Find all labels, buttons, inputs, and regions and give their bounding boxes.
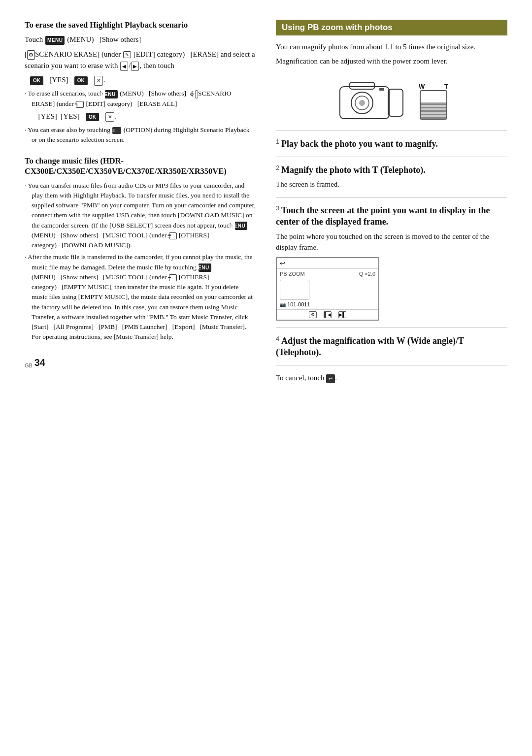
section1-heading: To erase the saved Highlight Playback sc… (25, 20, 256, 30)
intro-line2: Magnification can be adjusted with the p… (276, 56, 507, 67)
framed-area (280, 280, 309, 299)
cancel-back-btn: ↩ (326, 374, 335, 383)
svg-point-3 (359, 100, 365, 106)
section-header-pb-zoom: Using PB zoom with photos (276, 20, 507, 35)
step-3-num: 3 (276, 204, 279, 212)
svg-rect-5 (388, 89, 403, 116)
x-button-1: ✕ (94, 76, 103, 86)
option-icon: ≡ (112, 127, 121, 134)
section1-line2: [⚙SCENARIO ERASE] (under ✎ [EDIT] catego… (25, 49, 256, 72)
screen-mockup: ↩ PB ZOOM Q ×2.0 📷 101-0011 ⚙ ▌◀ ▶▌ (276, 257, 379, 321)
camera-svg (335, 74, 409, 124)
section1-line1: Touch MENU (MENU) [Show others] (25, 34, 256, 45)
zoom-value: Q ×2.0 (359, 271, 375, 277)
right-column: Using PB zoom with photos You can magnif… (276, 20, 507, 387)
zoom-labels: W T (419, 83, 448, 90)
step-1-title: Play back the photo you want to magnify. (281, 139, 438, 149)
section2-heading: To change music files (HDR-CX300E/CX350E… (25, 156, 256, 177)
file-label: 📷 101-0011 (280, 301, 375, 307)
camera-illustration: W T (276, 74, 507, 124)
ok-button-1: OK (30, 76, 43, 85)
step-4-title: Adjust the magnification with W (Wide an… (276, 336, 464, 357)
page-number: 34 (34, 357, 45, 368)
svg-rect-6 (379, 88, 384, 91)
w-label: W (419, 83, 425, 90)
ok-button-2: OK (74, 76, 88, 85)
divider-2 (276, 157, 507, 157)
step-4-num: 4 (276, 335, 279, 342)
screen-bottom-bar: ⚙ ▌◀ ▶▌ (277, 309, 378, 320)
others-icon-2: ☰ (169, 274, 177, 281)
section2-para2: After the music file is transferred to t… (25, 252, 256, 342)
screen-top-bar: ↩ (277, 258, 378, 269)
note-erase-all-line2: [YES] [YES] OK ✕. (25, 111, 256, 122)
menu-btn-3: MENU (235, 222, 247, 230)
right-arrow-icon: ▶ (131, 62, 139, 71)
cancel-text: To cancel, touch (276, 374, 325, 382)
divider-4 (276, 328, 507, 328)
step-4: 4 Adjust the magnification with W (Wide … (276, 335, 507, 359)
screen-body: PB ZOOM Q ×2.0 📷 101-0011 (277, 269, 378, 309)
page-footer: GB 34 (25, 357, 256, 368)
pb-zoom-label: PB ZOOM (280, 271, 305, 277)
menu-btn: MENU (45, 36, 65, 45)
note-erase-all: To erase all scenarios, touch MENU (MENU… (25, 89, 256, 109)
intro-line1: You can magnify photos from about 1.1 to… (276, 41, 507, 53)
t-label: T (444, 83, 448, 90)
edit-icon: ✎ (123, 51, 131, 58)
menu-btn-4: MENU (199, 263, 211, 272)
divider-3 (276, 197, 507, 197)
section2-para1: You can transfer music files from audio … (25, 181, 256, 251)
page-layout: To erase the saved Highlight Playback sc… (25, 20, 507, 387)
zoom-bar (420, 90, 447, 120)
step-2: 2 Magnify the photo with T (Telephoto). … (276, 164, 507, 190)
divider-5 (276, 365, 507, 365)
divider-1 (276, 131, 507, 131)
left-column: To erase the saved Highlight Playback sc… (25, 20, 256, 387)
others-icon: ☰ (169, 232, 177, 239)
skip-forward-icon: ▶▌ (338, 311, 346, 318)
step-1: 1 Play back the photo you want to magnif… (276, 138, 507, 150)
note-option: You can erase also by touching ≡ (OPTION… (25, 125, 256, 145)
skip-back-icon: ▌◀ (324, 311, 332, 318)
step-1-num: 1 (276, 138, 279, 145)
x-button-2: ✕ (105, 112, 114, 122)
gb-label: GB (25, 362, 33, 368)
step-3: 3 Touch the screen at the point you want… (276, 204, 507, 321)
step-2-sub: The screen is framed. (276, 179, 507, 190)
step-2-num: 2 (276, 164, 279, 171)
zoom-fill (421, 102, 446, 119)
section1-ok-line: OK [YES] OK ✕. (30, 74, 256, 86)
left-arrow-icon: ◀ (120, 62, 128, 71)
back-btn-icon: ↩ (280, 260, 285, 267)
step-3-sub: The point where you touched on the scree… (276, 231, 507, 253)
svg-rect-4 (350, 82, 374, 89)
edit-icon-2: ✎ (76, 101, 84, 108)
settings-icon: ⚙ (309, 311, 317, 318)
cancel-line: To cancel, touch ↩. (276, 372, 507, 384)
zoom-widget: W T (419, 83, 448, 120)
step-3-title: Touch the screen at the point you want t… (276, 205, 490, 227)
ok-button-3: OK (86, 113, 99, 122)
menu-btn-2: MENU (105, 90, 117, 99)
step-2-title: Magnify the photo with T (Telephoto). (281, 165, 426, 175)
